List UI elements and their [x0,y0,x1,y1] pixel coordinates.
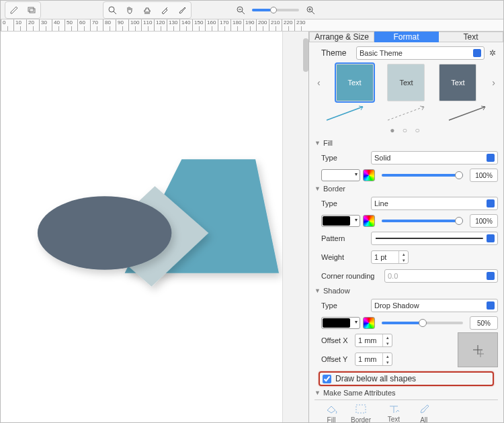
fill-color-combo[interactable] [321,169,360,181]
shadow-type-select[interactable]: Drop Shadow▴▾ [371,299,498,312]
draw-below-label: Draw below all shapes [335,374,416,383]
layers-tool-icon[interactable] [24,3,39,17]
shadow-color-combo[interactable] [321,317,360,329]
style-page-dots[interactable]: ● ○ ○ [314,126,498,135]
shadow-offy-field[interactable]: 1 mm▴▾ [355,352,392,366]
border-weight-field[interactable]: 1 pt▴▾ [371,250,409,264]
inspector-panel: Arrange & Size Format Text Theme Basic T… [308,32,503,422]
sameattr-text-button[interactable]: Text Format [383,403,405,422]
border-opacity-field[interactable]: 100% [470,214,498,228]
tab-text[interactable]: Text [439,32,503,42]
shadow-type-label: Type [314,301,368,310]
shape-ellipse[interactable] [38,196,172,270]
shadow-offx-label: Offset X [314,336,352,344]
zoom-slider[interactable] [252,9,299,11]
svg-point-2 [109,7,114,12]
draw-below-checkbox[interactable] [323,375,331,383]
border-weight-label: Weight [314,253,368,261]
line-style-previews [314,104,498,123]
shadow-offx-field[interactable]: 1 mm▴▾ [355,334,392,347]
fill-type-select[interactable]: Solid▴▾ [371,151,498,164]
brush-icon[interactable] [175,3,190,17]
shadow-opacity-slider[interactable] [382,322,463,324]
border-color-combo[interactable] [321,215,360,227]
border-corner-label: Corner rounding [314,272,382,280]
svg-rect-0 [28,7,34,11]
fill-type-label: Type [314,154,368,162]
section-shadow[interactable]: ▼Shadow [314,287,498,295]
paint-bucket-icon [324,403,339,415]
stamp-icon[interactable] [140,3,155,17]
shadow-opacity-field[interactable]: 50% [470,316,498,330]
border-opacity-slider[interactable] [382,220,463,222]
fill-opacity-slider[interactable] [382,174,463,177]
horizontal-ruler: 0102030405060708090100110120130140150160… [1,19,503,32]
eyedropper-icon[interactable] [157,3,172,17]
section-same-attributes[interactable]: ▼Make Same Attributes [314,389,498,397]
inspector-tabs: Arrange & Size Format Text [309,32,503,42]
border-pattern-select[interactable]: ▴▾ [371,232,498,245]
sameattr-all-button[interactable]: All [417,403,431,422]
shadow-offy-label: Offset Y [314,355,352,363]
theme-label: Theme [321,48,353,58]
border-type-label: Type [314,199,368,207]
zoom-in-icon[interactable] [303,3,318,17]
style-card-1[interactable]: Text [336,64,374,101]
section-border[interactable]: ▼Border [314,185,498,193]
drawing-canvas[interactable] [1,32,283,422]
tab-format[interactable]: Format [374,32,439,42]
magnify-icon[interactable] [105,3,120,17]
canvas-area [1,32,308,422]
draw-below-highlight: Draw below all shapes [319,371,494,386]
border-pattern-label: Pattern [314,234,368,242]
section-fill[interactable]: ▼Fill [314,139,498,147]
svg-rect-6 [356,405,366,413]
shadow-preview [458,332,498,367]
border-color-wheel-icon[interactable] [363,215,375,227]
sameattr-fill-button[interactable]: Fill [324,403,339,422]
border-type-select[interactable]: Line▴▾ [371,197,498,210]
style-carousel: ‹ Text Text Text › [314,64,498,101]
style-prev-icon[interactable]: ‹ [316,77,322,88]
shadow-color-wheel-icon[interactable] [363,317,375,329]
border-swatch-icon [353,403,368,415]
zoom-out-icon[interactable] [233,3,248,17]
fill-opacity-field[interactable]: 100% [470,169,498,182]
tab-arrange-size[interactable]: Arrange & Size [309,32,374,42]
text-format-icon [386,403,401,415]
sameattr-border-button[interactable]: Border [351,403,371,422]
border-corner-field[interactable]: 0.0▴▾ [384,269,498,283]
svg-rect-1 [30,9,35,13]
style-card-3[interactable]: Text [439,64,476,101]
style-card-2[interactable]: Text [387,64,425,101]
gear-icon[interactable]: ✲ [487,48,498,58]
hand-icon[interactable] [122,3,137,17]
canvas-scrollbar[interactable] [303,38,308,72]
tool-group-edit [5,1,41,19]
same-attributes-footer: Fill Border Text Format All [314,399,498,422]
tool-group-view [103,1,192,19]
style-next-icon[interactable]: › [491,77,497,88]
main-toolbar [1,1,503,19]
theme-select[interactable]: Basic Theme▴▾ [356,46,485,60]
brush-all-icon [417,403,431,415]
pencil-tool-icon[interactable] [7,3,22,17]
fill-color-wheel-icon[interactable] [363,169,375,181]
